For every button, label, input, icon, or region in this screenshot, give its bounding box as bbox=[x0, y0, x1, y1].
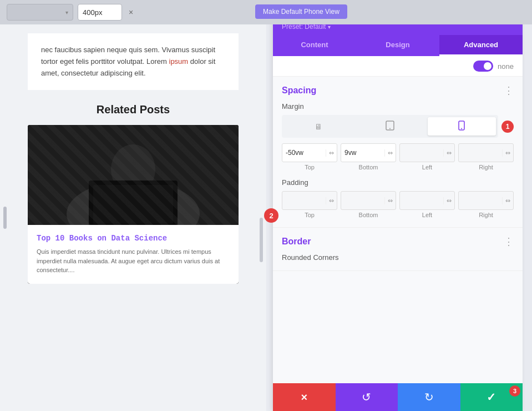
margin-right-group: ⇔ Right bbox=[458, 143, 514, 171]
margin-right-label: Right bbox=[458, 164, 514, 171]
device-selector-row: 🖥 1 bbox=[282, 115, 514, 138]
save-button[interactable]: ✓ 3 bbox=[460, 383, 523, 411]
blog-card: Top 10 Books on Data Science Quis imperd… bbox=[28, 125, 239, 284]
rounded-corners-label: Rounded Corners bbox=[282, 253, 514, 262]
spacing-section-header: Spacing ⋮ bbox=[282, 86, 514, 96]
margin-left-link-icon[interactable]: ⇔ bbox=[443, 149, 454, 157]
padding-label: Padding bbox=[282, 178, 514, 187]
related-posts-title: Related Posts bbox=[0, 103, 266, 116]
badge-2: 2 bbox=[264, 208, 278, 223]
border-section-title: Border bbox=[282, 237, 311, 247]
chevron-down-icon: ▾ bbox=[65, 9, 68, 16]
make-default-button[interactable]: Make Default Phone View bbox=[255, 4, 347, 19]
margin-right-input-wrapper: ⇔ bbox=[458, 143, 514, 162]
close-width-icon[interactable]: × bbox=[126, 8, 135, 17]
device-row: 🖥 bbox=[282, 115, 498, 138]
padding-top-input[interactable] bbox=[282, 197, 326, 204]
left-resize-handle[interactable] bbox=[3, 207, 7, 229]
margin-bottom-input[interactable] bbox=[341, 149, 384, 157]
margin-left-group: ⇔ Left bbox=[399, 143, 455, 171]
margin-bottom-group: ⇔ Bottom bbox=[341, 143, 396, 171]
blog-card-title: Top 10 Books on Data Science bbox=[37, 234, 230, 243]
related-posts-section: Related Posts bbox=[0, 103, 266, 116]
tablet-icon bbox=[386, 121, 394, 132]
padding-inputs: ⇔ Top ⇔ Bottom ⇔ Left bbox=[282, 191, 514, 218]
cancel-icon: × bbox=[301, 391, 307, 404]
padding-left-link-icon[interactable]: ⇔ bbox=[443, 197, 454, 204]
padding-left-input[interactable] bbox=[400, 197, 443, 204]
margin-top-link-icon[interactable]: ⇔ bbox=[326, 149, 337, 157]
margin-left-label: Left bbox=[399, 164, 455, 171]
tab-advanced[interactable]: Advanced bbox=[439, 35, 523, 56]
highlight-word: ipsum bbox=[169, 57, 189, 66]
device-mobile-btn[interactable] bbox=[428, 117, 496, 136]
padding-bottom-input[interactable] bbox=[341, 197, 384, 204]
badge-3: 3 bbox=[509, 385, 520, 397]
spacing-section: Spacing ⋮ Margin 🖥 bbox=[273, 77, 523, 228]
cancel-button[interactable]: × bbox=[273, 383, 336, 411]
panel-tabs: Content Design Advanced bbox=[273, 35, 523, 56]
margin-bottom-link-icon[interactable]: ⇔ bbox=[384, 149, 396, 157]
spacing-section-title: Spacing bbox=[282, 86, 316, 96]
bottom-action-bar: × ↺ ↻ ✓ 3 bbox=[273, 383, 523, 411]
margin-top-input-wrapper: ⇔ bbox=[282, 143, 337, 162]
margin-bottom-label: Bottom bbox=[341, 164, 396, 171]
margin-left-input[interactable] bbox=[400, 149, 443, 157]
padding-bottom-input-wrapper: ⇔ bbox=[341, 191, 396, 210]
desktop-icon: 🖥 bbox=[315, 122, 322, 131]
undo-icon: ↺ bbox=[362, 390, 371, 404]
padding-bottom-group: ⇔ Bottom bbox=[341, 191, 396, 218]
svg-point-10 bbox=[461, 128, 462, 129]
border-section-header: Border ⋮ bbox=[282, 237, 514, 247]
none-label: none bbox=[498, 62, 514, 71]
padding-right-label: Right bbox=[458, 212, 514, 218]
image-overlay bbox=[28, 125, 239, 225]
border-menu-icon[interactable]: ⋮ bbox=[504, 237, 514, 247]
device-desktop-btn[interactable]: 🖥 bbox=[284, 117, 352, 136]
margin-bottom-input-wrapper: ⇔ bbox=[341, 143, 396, 162]
none-toggle: none bbox=[473, 61, 514, 72]
padding-left-label: Left bbox=[399, 212, 455, 218]
blog-card-text: Quis imperdiet massa tincidunt nunc pulv… bbox=[37, 247, 230, 275]
spacing-menu-icon[interactable]: ⋮ bbox=[504, 86, 514, 96]
blog-card-content: Top 10 Books on Data Science Quis imperd… bbox=[28, 225, 239, 284]
margin-top-group: ⇔ Top bbox=[282, 143, 337, 171]
width-value: 400px bbox=[83, 8, 102, 17]
padding-bottom-link-icon[interactable]: ⇔ bbox=[384, 197, 396, 204]
tab-design[interactable]: Design bbox=[356, 35, 439, 56]
padding-bottom-label: Bottom bbox=[341, 212, 396, 218]
redo-button[interactable]: ↻ bbox=[398, 383, 460, 411]
padding-top-label: Top bbox=[282, 212, 337, 218]
content-card: nec faucibus sapien neque quis sem. Viva… bbox=[28, 33, 239, 90]
margin-left-input-wrapper: ⇔ bbox=[399, 143, 455, 162]
padding-top-input-wrapper: ⇔ bbox=[282, 191, 337, 210]
none-row: none bbox=[273, 56, 523, 77]
padding-top-group: ⇔ Top bbox=[282, 191, 337, 218]
margin-right-link-icon[interactable]: ⇔ bbox=[502, 149, 513, 157]
view-select[interactable]: ▾ bbox=[7, 4, 73, 21]
padding-right-link-icon[interactable]: ⇔ bbox=[502, 197, 513, 204]
padding-right-group: ⇔ Right bbox=[458, 191, 514, 218]
margin-top-input[interactable] bbox=[282, 149, 326, 157]
canvas-area: nec faucibus sapien neque quis sem. Viva… bbox=[0, 24, 266, 411]
save-icon: ✓ bbox=[487, 390, 496, 404]
margin-top-label: Top bbox=[282, 164, 337, 171]
padding-right-input[interactable] bbox=[459, 197, 502, 204]
padding-top-link-icon[interactable]: ⇔ bbox=[326, 197, 337, 204]
toggle-switch[interactable] bbox=[473, 61, 493, 72]
border-section: Border ⋮ Rounded Corners bbox=[273, 228, 523, 271]
blog-card-image bbox=[28, 125, 239, 225]
mobile-icon bbox=[458, 121, 465, 132]
width-input[interactable]: 400px bbox=[78, 4, 122, 21]
margin-right-input[interactable] bbox=[459, 149, 502, 157]
panel-body: none Spacing ⋮ Margin 🖥 bbox=[273, 56, 523, 383]
badge-1: 1 bbox=[501, 121, 514, 133]
margin-inputs: ⇔ Top ⇔ Bottom ⇔ Left bbox=[282, 143, 514, 171]
tab-content[interactable]: Content bbox=[273, 35, 356, 56]
undo-button[interactable]: ↺ bbox=[336, 383, 398, 411]
device-tablet-btn[interactable] bbox=[356, 117, 424, 136]
svg-point-8 bbox=[389, 128, 391, 129]
padding-left-input-wrapper: ⇔ bbox=[399, 191, 455, 210]
padding-right-input-wrapper: ⇔ bbox=[458, 191, 514, 210]
preset-chevron-icon: ▾ bbox=[328, 24, 331, 30]
